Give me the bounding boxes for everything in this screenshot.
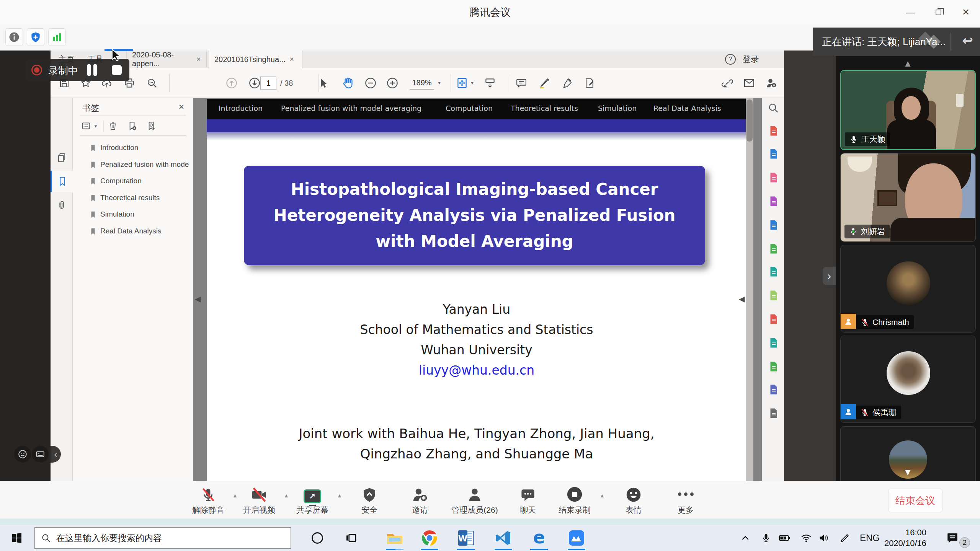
sign-pen-icon[interactable] — [562, 77, 573, 89]
scroll-mode-icon[interactable] — [484, 77, 496, 89]
options-dropdown-icon[interactable]: ▾ — [95, 123, 97, 129]
next-page-icon[interactable] — [248, 77, 261, 89]
zoom-tool-icon[interactable] — [768, 102, 779, 114]
zoom-out-icon[interactable] — [364, 77, 377, 89]
taskbar-search[interactable] — [34, 527, 291, 549]
record-options-arrow[interactable]: ▲ — [599, 492, 605, 499]
login-button[interactable]: 登录 — [743, 51, 759, 68]
zoom-dropdown-icon[interactable]: ▾ — [438, 80, 441, 86]
language-indicator[interactable]: ENG — [860, 533, 880, 543]
participant-tile[interactable]: Chrismath — [840, 245, 976, 333]
chrome-icon[interactable] — [420, 529, 439, 547]
invite-button[interactable]: 邀请 — [391, 485, 449, 515]
tencent-meeting-icon[interactable] — [567, 529, 586, 547]
protect-icon[interactable] — [768, 266, 779, 277]
start-video-button[interactable]: 开启视频 — [230, 485, 288, 515]
print-production-icon[interactable] — [768, 361, 779, 372]
send-comments-icon[interactable] — [768, 337, 779, 349]
sidebar-collapse-handle[interactable]: › — [823, 267, 836, 285]
scroll-up-icon[interactable]: ▲ — [836, 58, 980, 69]
close-tab-icon[interactable]: ✕ — [289, 56, 294, 63]
manage-members-button[interactable]: 管理成员(26) — [446, 485, 503, 515]
task-view-button[interactable] — [345, 532, 357, 544]
search-icon[interactable] — [146, 77, 158, 89]
file-explorer-icon[interactable] — [385, 529, 404, 547]
close-button[interactable]: ✕ — [962, 7, 970, 18]
scan-ocr-icon[interactable] — [768, 243, 779, 254]
participant-tile[interactable]: 侯禹珊 — [840, 336, 976, 423]
wifi-icon[interactable] — [801, 533, 812, 543]
bookmarks-close-icon[interactable]: ✕ — [178, 103, 185, 111]
action-center-icon[interactable] — [946, 531, 959, 544]
pen-icon[interactable] — [840, 533, 850, 543]
fit-page-icon[interactable] — [456, 77, 468, 89]
bookmark-options-icon[interactable] — [81, 121, 91, 131]
more-button[interactable]: 更多 — [657, 485, 714, 515]
share-link-icon[interactable] — [722, 77, 733, 89]
author-email[interactable]: liuyy@whu.edu.cn — [207, 360, 746, 380]
pdf-doc-tab-1[interactable]: 2020-05-08-appen... ✕ — [126, 51, 207, 68]
panel-collapse-icon[interactable]: ◀ — [195, 294, 201, 303]
meeting-info-button[interactable] — [5, 28, 23, 46]
end-meeting-button[interactable]: 结束会议 — [888, 489, 942, 512]
bookmark-item[interactable]: Penalized fusion with mode — [73, 156, 193, 173]
volume-icon[interactable] — [818, 533, 829, 543]
caption-button[interactable] — [32, 446, 49, 463]
restore-button[interactable] — [936, 10, 941, 15]
hand-tool-icon[interactable] — [341, 77, 354, 90]
close-tab-icon[interactable]: ✕ — [196, 56, 201, 63]
bookmark-item[interactable]: Theoretical results — [73, 190, 193, 207]
tray-expand-icon[interactable] — [740, 533, 750, 543]
bookmark-item[interactable]: Introduction — [73, 140, 193, 156]
select-tool-icon[interactable] — [318, 77, 329, 89]
taskbar-clock[interactable]: 16:00 2020/10/16 — [880, 527, 926, 549]
fit-dropdown-icon[interactable]: ▾ — [471, 80, 474, 86]
bookmark-item[interactable]: Computation — [73, 173, 193, 190]
pages-panel-button[interactable] — [51, 147, 73, 168]
combine-files-icon[interactable] — [768, 148, 779, 160]
stop-recording-button[interactable] — [112, 65, 122, 75]
share-screen-button[interactable]: ↗ 共享屏幕 — [284, 485, 341, 515]
network-quality-button[interactable] — [48, 28, 66, 46]
pause-recording-button[interactable] — [87, 64, 97, 76]
scrollbar-thumb[interactable] — [746, 99, 753, 142]
tray-mic-icon[interactable] — [761, 533, 771, 543]
compress-icon[interactable] — [768, 290, 779, 301]
participant-tile[interactable]: 王天颖 — [840, 70, 976, 150]
reply-arrow-icon[interactable]: ↩ — [962, 33, 973, 48]
fill-sign-icon[interactable] — [584, 77, 595, 89]
bookmark-item[interactable]: Real Data Analysis — [73, 223, 193, 240]
bookmark-item[interactable]: Simulation — [73, 206, 193, 223]
expand-bookmark-icon[interactable] — [146, 121, 156, 131]
participant-tile[interactable]: 刘妍岩 — [840, 153, 976, 242]
bookmarks-panel-button[interactable] — [51, 171, 73, 192]
minimize-button[interactable]: — — [906, 7, 915, 18]
export-pdf-icon[interactable] — [768, 196, 779, 207]
battery-icon[interactable] — [779, 532, 790, 544]
edge-icon[interactable] — [530, 529, 548, 547]
email-icon[interactable] — [743, 77, 755, 89]
highlighter-icon[interactable] — [539, 77, 550, 89]
attachments-panel-button[interactable] — [51, 194, 73, 216]
stop-recording-button[interactable]: 结束录制 — [546, 485, 603, 515]
edit-pdf-icon[interactable] — [768, 219, 779, 231]
security-button[interactable]: 安全 — [341, 485, 398, 515]
zoom-in-icon[interactable] — [386, 77, 399, 89]
redact-icon[interactable] — [768, 313, 779, 325]
pdf-doc-tab-2[interactable]: 20201016Tsinghua... ✕ — [209, 51, 302, 68]
meeting-protect-button[interactable] — [27, 28, 44, 46]
scroll-down-icon[interactable]: ▼ — [836, 467, 980, 478]
comment-icon[interactable] — [516, 77, 527, 89]
more-tools-icon[interactable] — [768, 408, 779, 419]
previous-page-icon[interactable] — [225, 77, 238, 89]
zoom-level-select[interactable]: 189% — [410, 77, 434, 90]
word-icon[interactable] — [457, 529, 475, 547]
add-bookmark-icon[interactable] — [127, 121, 137, 131]
search-input[interactable] — [56, 533, 271, 543]
pdf-scrollbar[interactable] — [746, 98, 753, 481]
page-number-input[interactable]: 1 — [260, 77, 276, 90]
organize-pages-icon[interactable] — [768, 172, 779, 183]
unmute-button[interactable]: 解除静音 — [180, 485, 237, 515]
start-button[interactable] — [11, 532, 23, 544]
emoji-button[interactable]: 表情 — [605, 485, 662, 515]
